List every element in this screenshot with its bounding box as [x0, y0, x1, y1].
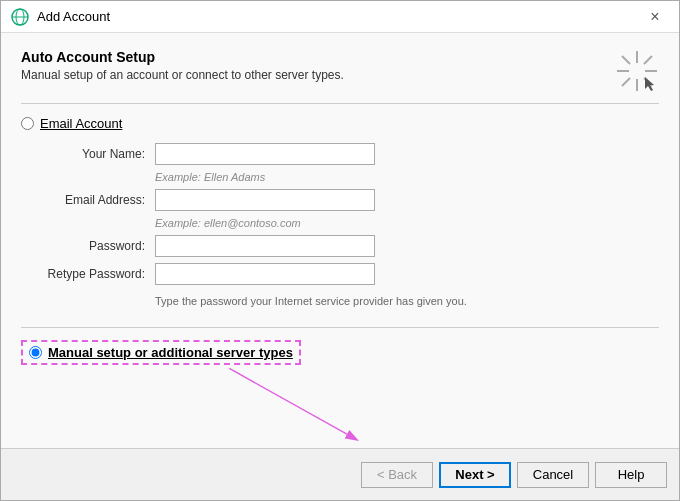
- cancel-button[interactable]: Cancel: [517, 462, 589, 488]
- header-subtitle: Manual setup of an account or connect to…: [21, 68, 344, 82]
- close-button[interactable]: ×: [641, 3, 669, 31]
- email-account-radio[interactable]: [21, 117, 34, 130]
- svg-line-9: [644, 56, 652, 64]
- header-text: Auto Account Setup Manual setup of an ac…: [21, 49, 344, 82]
- title-bar: Add Account ×: [1, 1, 679, 33]
- header-icon: [615, 49, 659, 93]
- name-group: Your Name:: [21, 143, 659, 165]
- svg-marker-11: [645, 77, 654, 91]
- password-hint: Type the password your Internet service …: [21, 295, 659, 307]
- svg-line-13: [229, 368, 347, 434]
- password-group: Password:: [21, 235, 659, 257]
- form-section: Email Account Your Name: Example: Ellen …: [21, 116, 659, 365]
- svg-line-7: [622, 56, 630, 64]
- svg-line-10: [622, 78, 630, 86]
- footer: < Back Next > Cancel Help: [1, 448, 679, 500]
- separator: [21, 327, 659, 328]
- arrow-area: [21, 365, 659, 448]
- email-input[interactable]: [155, 189, 375, 211]
- next-button[interactable]: Next >: [439, 462, 511, 488]
- add-account-window: Add Account × Auto Account Setup Manual …: [0, 0, 680, 501]
- manual-setup-option[interactable]: Manual setup or additional server types: [21, 340, 301, 365]
- back-button[interactable]: < Back: [361, 462, 433, 488]
- retype-input[interactable]: [155, 263, 375, 285]
- retype-group: Retype Password:: [21, 263, 659, 285]
- email-label: Email Address:: [45, 193, 155, 207]
- email-group: Email Address:: [21, 189, 659, 211]
- arrow-annotation: [21, 365, 659, 448]
- dialog-content: Auto Account Setup Manual setup of an ac…: [1, 33, 679, 448]
- header-title: Auto Account Setup: [21, 49, 344, 65]
- header-section: Auto Account Setup Manual setup of an ac…: [21, 49, 659, 104]
- manual-setup-radio[interactable]: [29, 346, 42, 359]
- window-icon: [11, 8, 29, 26]
- name-label: Your Name:: [45, 147, 155, 161]
- email-hint: Example: ellen@contoso.com: [21, 217, 659, 229]
- password-input[interactable]: [155, 235, 375, 257]
- manual-setup-label[interactable]: Manual setup or additional server types: [48, 345, 293, 360]
- help-button[interactable]: Help: [595, 462, 667, 488]
- retype-label: Retype Password:: [45, 267, 155, 281]
- email-account-label[interactable]: Email Account: [40, 116, 122, 131]
- window-title: Add Account: [37, 9, 641, 24]
- password-label: Password:: [45, 239, 155, 253]
- name-input[interactable]: [155, 143, 375, 165]
- sparkle-icon: [615, 49, 659, 93]
- name-hint: Example: Ellen Adams: [21, 171, 659, 183]
- email-account-option[interactable]: Email Account: [21, 116, 659, 131]
